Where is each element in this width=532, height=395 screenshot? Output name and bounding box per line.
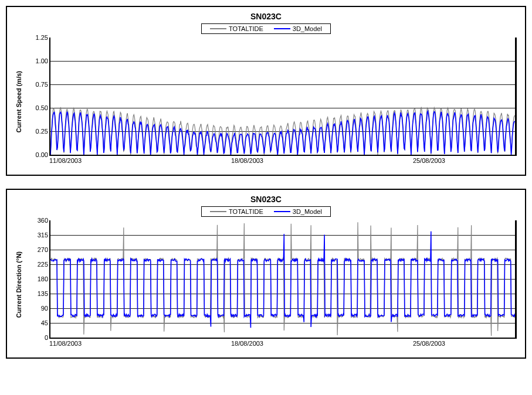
legend: TOTALTIDE3D_Model [201, 206, 331, 217]
legend-item: TOTALTIDE [210, 25, 263, 32]
legend-item: TOTALTIDE [210, 208, 263, 215]
y-tick-label: 90 [25, 305, 48, 312]
y-tick-label: 180 [25, 275, 48, 282]
series-svg [50, 220, 515, 338]
x-tick-label: 18/08/2003 [231, 157, 263, 164]
legend-swatch [210, 211, 226, 212]
plot-area: 04590135180225270315360 [49, 220, 517, 339]
y-tick-label: 0.00 [25, 151, 48, 158]
x-tick-label: 25/08/2003 [413, 340, 445, 347]
x-axis: 11/08/200318/08/200325/08/2003 [49, 339, 517, 349]
legend-label: TOTALTIDE [229, 208, 263, 215]
y-tick-label: 0.50 [25, 104, 48, 111]
x-axis: 11/08/200318/08/200325/08/2003 [49, 156, 517, 166]
series-line-TOTALTIDE [50, 222, 515, 336]
y-tick-label: 270 [25, 246, 48, 253]
legend-label: 3D_Model [293, 25, 322, 32]
plot-row: Current Direction (°N) 04590135180225270… [15, 220, 517, 349]
y-tick-label: 135 [25, 290, 48, 297]
y-axis-label: Current Speed (m/s) [15, 71, 22, 132]
y-tick-label: 45 [25, 319, 48, 326]
x-tick-label: 11/08/2003 [49, 340, 82, 347]
legend-label: TOTALTIDE [229, 25, 263, 32]
y-tick-label: 0.75 [25, 81, 48, 88]
x-tick-label: 11/08/2003 [49, 157, 82, 164]
legend-swatch [274, 211, 290, 212]
y-tick-label: 315 [25, 231, 48, 239]
chart-panel-speed: SN023C TOTALTIDE3D_Model Current Speed (… [6, 6, 526, 176]
y-tick-label: 0 [25, 334, 48, 341]
chart-panel-direction: SN023C TOTALTIDE3D_Model Current Directi… [6, 189, 526, 359]
y-tick-label: 1.00 [25, 57, 48, 64]
plot-area: 0.000.250.500.751.001.25 [49, 38, 517, 156]
series-line-3D_Model [50, 231, 515, 328]
y-tick-label: 1.25 [25, 34, 48, 41]
legend: TOTALTIDE3D_Model [201, 23, 331, 34]
legend-label: 3D_Model [293, 208, 322, 215]
legend-item: 3D_Model [274, 25, 322, 32]
chart-title: SN023C [15, 195, 517, 204]
legend-swatch [210, 28, 226, 29]
series-svg [50, 38, 515, 155]
x-tick-label: 18/08/2003 [231, 340, 263, 347]
y-tick-label: 225 [25, 261, 48, 268]
legend-swatch [274, 28, 290, 29]
legend-item: 3D_Model [274, 208, 322, 215]
y-tick-label: 360 [25, 217, 48, 224]
x-tick-label: 25/08/2003 [413, 157, 445, 164]
y-tick-label: 0.25 [25, 128, 48, 135]
plot-row: Current Speed (m/s) 0.000.250.500.751.00… [15, 38, 517, 166]
chart-title: SN023C [15, 12, 517, 21]
y-axis-label: Current Direction (°N) [15, 251, 22, 318]
